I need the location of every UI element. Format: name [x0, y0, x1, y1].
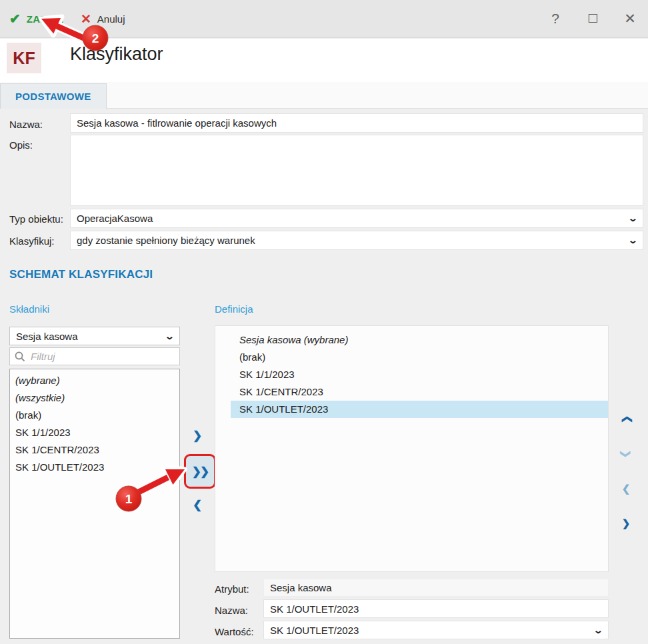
x-icon: ✕ [81, 11, 91, 27]
skladniki-label: Składniki [9, 303, 49, 315]
list-item[interactable]: SK 1/CENTR/2023 [231, 383, 608, 401]
cancel-button[interactable]: ✕ Anuluj [81, 11, 125, 27]
nazwa-input-value: Sesja kasowa - fitlrowanie operacji kaso… [77, 117, 277, 129]
chevron-down-icon: ⌄ [628, 213, 638, 223]
opis-label: Opis: [9, 139, 33, 151]
help-button[interactable]: ? [547, 11, 564, 27]
skladniki-attribute-value: Sesja kasowa [16, 331, 78, 342]
def-nazwa-value: SK 1/OUTLET/2023 [270, 603, 359, 615]
list-item[interactable]: (brak) [10, 407, 179, 424]
move-down-button[interactable]: ❯ [620, 447, 632, 461]
atrybut-value: Sesja kasowa [270, 582, 332, 593]
list-item[interactable]: (brak) [231, 349, 608, 366]
klasyfikuj-select[interactable]: gdy zostanie spełniony bieżący warunek ⌄ [70, 231, 643, 250]
chevron-down-icon: ⌄ [593, 625, 603, 635]
move-right-button[interactable]: ❯ [189, 429, 205, 443]
typ-obiektu-value: OperacjaKasowa [77, 213, 153, 224]
wartosc-select[interactable]: SK 1/OUTLET/2023 ⌄ [263, 621, 609, 639]
definicja-label: Definicja [215, 303, 253, 315]
filter-input[interactable] [31, 351, 175, 362]
list-item[interactable]: SK 1/OUTLET/2023 [231, 401, 608, 418]
chevron-down-icon: ⌄ [628, 235, 638, 245]
klasyfikator-window: ✔ ZAPISZ ✕ Anuluj ? ☐ ✕ KF Klasyfikator … [0, 0, 648, 644]
filter-input-wrap [9, 347, 180, 365]
list-item[interactable]: SK 1/1/2023 [10, 424, 179, 441]
toolbar: ✔ ZAPISZ ✕ Anuluj ? ☐ ✕ [0, 0, 648, 38]
wartosc-value: SK 1/OUTLET/2023 [270, 625, 359, 636]
skladniki-attribute-select[interactable]: Sesja kasowa ⌄ [9, 327, 180, 345]
list-item[interactable]: Sesja kasowa (wybrane) [231, 331, 608, 349]
definicja-list: Sesja kasowa (wybrane)(brak)SK 1/1/2023S… [215, 325, 609, 572]
chevron-down-icon: ⌄ [165, 331, 175, 341]
opis-textarea[interactable] [70, 135, 643, 206]
page-title: Klasyfikator [70, 44, 163, 65]
check-icon: ✔ [9, 11, 21, 27]
search-icon [15, 351, 25, 362]
tab-podstawowe[interactable]: PODSTAWOWE [0, 83, 107, 109]
klasyfikuj-value: gdy zostanie spełniony bieżący warunek [77, 235, 255, 246]
typ-obiektu-label: Typ obiektu: [9, 213, 63, 225]
page-header: KF Klasyfikator [0, 39, 648, 82]
typ-obiektu-select[interactable]: OperacjaKasowa ⌄ [70, 209, 643, 228]
save-button-label: ZAPISZ [27, 13, 63, 25]
cancel-button-label: Anuluj [97, 13, 125, 25]
list-item[interactable]: (wybrane) [10, 372, 179, 389]
close-button[interactable]: ✕ [621, 11, 639, 27]
list-item[interactable]: SK 1/1/2023 [231, 366, 608, 383]
tab-strip: PODSTAWOWE [0, 82, 648, 109]
list-item[interactable]: SK 1/OUTLET/2023 [10, 459, 179, 476]
klasyfikuj-label: Klasyfikuj: [9, 235, 55, 247]
atrybut-field: Sesja kasowa [263, 579, 609, 597]
skladniki-list: (wybrane)(wszystkie)(brak)SK 1/1/2023SK … [9, 369, 180, 639]
atrybut-label: Atrybut: [215, 583, 249, 595]
wartosc-label: Wartość: [215, 626, 254, 637]
move-all-right-button[interactable]: ❯❯ [184, 454, 216, 489]
save-button[interactable]: ✔ ZAPISZ [9, 11, 63, 27]
def-nazwa-input[interactable]: SK 1/OUTLET/2023 [263, 599, 609, 618]
outdent-button[interactable]: ❮ [619, 483, 633, 495]
list-item[interactable]: (wszystkie) [10, 389, 179, 407]
schemat-section-title: SCHEMAT KLASYFIKACJI [9, 268, 153, 281]
list-item[interactable]: SK 1/CENTR/2023 [10, 441, 179, 459]
def-nazwa-label: Nazwa: [215, 605, 248, 616]
indent-button[interactable]: ❯ [619, 517, 633, 529]
nazwa-input[interactable]: Sesja kasowa - fitlrowanie operacji kaso… [70, 113, 643, 133]
move-up-button[interactable]: ❯ [620, 412, 632, 427]
maximize-button[interactable]: ☐ [584, 11, 601, 26]
kf-badge: KF [7, 43, 41, 73]
move-left-button[interactable]: ❮ [189, 498, 205, 512]
nazwa-label: Nazwa: [9, 119, 43, 130]
